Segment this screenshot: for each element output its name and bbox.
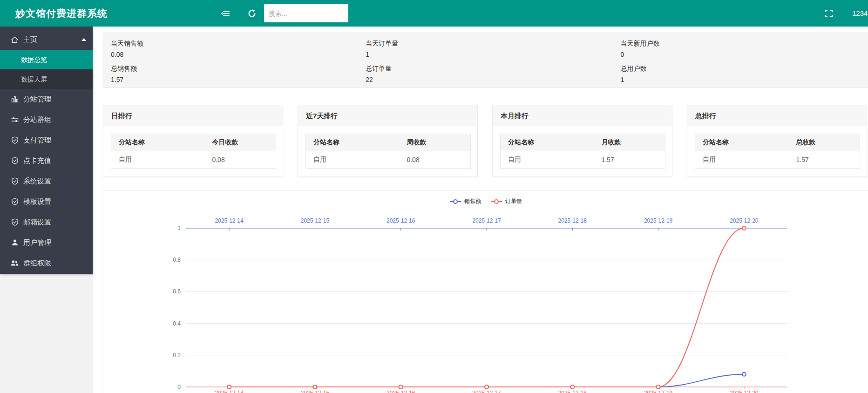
app-title: 妙文馆付费进群系统	[15, 0, 108, 27]
sliders-icon	[11, 116, 19, 124]
legend-item[interactable]: 销售额	[449, 197, 481, 205]
cell-site-name: 自用	[695, 151, 789, 169]
legend-marker-icon	[490, 199, 502, 204]
search-input[interactable]	[264, 4, 348, 22]
svg-text:2025-12-15: 2025-12-15	[301, 217, 330, 224]
svg-text:2025-12-19: 2025-12-19	[644, 390, 673, 393]
sidebar-item-card-recharge[interactable]: 点卡充值	[0, 150, 93, 171]
user-icon	[11, 239, 19, 247]
sidebar-item-home[interactable]: 主页	[0, 29, 93, 50]
stat-value: 1.57	[111, 76, 358, 83]
cell-site-name: 自用	[306, 151, 400, 169]
table-row: 自用 1.57	[695, 151, 860, 169]
main-content: 当天销售额 0.08 总销售额 1.57 当天订单量 1 总订单量 22 当天新…	[93, 27, 868, 393]
stat-value: 0	[621, 51, 868, 58]
collapse-menu-button[interactable]	[217, 0, 234, 27]
stat-label: 当天新用户数	[621, 40, 868, 48]
svg-text:2025-12-20: 2025-12-20	[730, 217, 759, 224]
sidebar-item-label: 群组权限	[23, 259, 51, 268]
rank-card-total: 总排行 分站名称 总收款 自用 1.57	[687, 105, 867, 177]
sidebar-item-label: 邮箱设置	[23, 218, 51, 227]
search-box	[264, 4, 348, 22]
table-row: 自用 1.57	[501, 151, 665, 169]
svg-text:2025-12-20: 2025-12-20	[730, 390, 759, 393]
refresh-button[interactable]	[244, 0, 260, 27]
column-header: 总收款	[788, 134, 860, 151]
rank-card-title: 总排行	[687, 105, 867, 126]
home-icon	[11, 36, 19, 44]
svg-text:2025-12-17: 2025-12-17	[472, 390, 501, 393]
sidebar-item-payment-mgmt[interactable]: 支付管理	[0, 130, 93, 150]
legend-item[interactable]: 订单量	[490, 197, 522, 205]
shield-check-icon	[11, 136, 19, 144]
svg-text:0.8: 0.8	[173, 257, 181, 263]
header-username[interactable]: 12345	[852, 0, 868, 27]
svg-text:2025-12-15: 2025-12-15	[301, 390, 330, 393]
stat-label: 总订单量	[366, 65, 613, 73]
shield-check-icon	[11, 157, 19, 165]
svg-text:2025-12-16: 2025-12-16	[387, 390, 415, 393]
cell-amount: 0.08	[204, 151, 276, 169]
svg-text:1: 1	[177, 225, 181, 231]
rank-table: 分站名称 总收款 自用 1.57	[695, 134, 860, 169]
sidebar-item-group-permissions[interactable]: 群组权限	[0, 253, 93, 273]
stat-value: 1	[621, 76, 868, 83]
svg-text:0.4: 0.4	[173, 320, 181, 327]
svg-text:2025-12-14: 2025-12-14	[215, 217, 244, 224]
sidebar-item-label: 用户管理	[23, 238, 51, 247]
column-header: 分站名称	[306, 134, 400, 151]
stats-col-orders: 当天订单量 1 总订单量 22	[358, 40, 613, 80]
sidebar-item-template-settings[interactable]: 模板设置	[0, 191, 93, 212]
rank-cards-row: 日排行 分站名称 今日收款 自用 0.08 近7天排行 分站名称 周收款	[103, 105, 868, 177]
users-icon	[11, 259, 19, 267]
svg-text:2025-12-19: 2025-12-19	[644, 217, 673, 224]
shield-check-icon	[11, 177, 19, 185]
legend-marker-icon	[449, 199, 461, 204]
shield-check-icon	[11, 218, 19, 226]
svg-text:2025-12-18: 2025-12-18	[558, 390, 587, 393]
sidebar-item-label: 分站管理	[23, 95, 51, 104]
stat-value: 0.08	[111, 51, 358, 58]
svg-text:2025-12-14: 2025-12-14	[215, 390, 244, 393]
column-header: 分站名称	[111, 134, 205, 151]
stat-value: 22	[366, 76, 613, 83]
sidebar-item-label: 分站群组	[23, 115, 51, 124]
fullscreen-icon	[825, 9, 833, 18]
svg-text:0.2: 0.2	[173, 352, 181, 359]
rank-card-title: 近7天排行	[298, 105, 477, 126]
sidebar-item-system-settings[interactable]: 系统设置	[0, 171, 93, 191]
stats-col-sales: 当天销售额 0.08 总销售额 1.57	[103, 40, 358, 80]
legend-label: 销售额	[464, 197, 481, 205]
sidebar-item-label: 主页	[23, 35, 37, 44]
column-header: 月收款	[594, 134, 665, 151]
cell-amount: 0.08	[399, 151, 470, 169]
sidebar-item-label: 点卡充值	[23, 156, 51, 165]
rank-table: 分站名称 周收款 自用 0.08	[305, 134, 471, 169]
sidebar-subitem-data-screen[interactable]: 数据大屏	[0, 69, 93, 89]
sidebar-subitem-data-overview[interactable]: 数据总览	[0, 50, 93, 69]
stat-label: 当天销售额	[111, 40, 358, 48]
cell-site-name: 自用	[111, 151, 205, 169]
fullscreen-button[interactable]	[821, 0, 837, 27]
collapse-menu-icon	[221, 9, 230, 18]
cell-site-name: 自用	[501, 151, 594, 169]
column-header: 分站名称	[695, 134, 789, 151]
stat-value: 1	[366, 51, 613, 58]
stat-label: 总用户数	[621, 65, 868, 73]
column-header: 今日收款	[204, 134, 276, 151]
chart-canvas: 00.20.40.60.812025-12-142025-12-142025-1…	[103, 191, 868, 393]
svg-text:0.6: 0.6	[173, 288, 181, 295]
cell-amount: 1.57	[788, 151, 860, 169]
sidebar: 主页 数据总览 数据大屏 分站管理 分站群组 支付管理 点卡充值	[0, 27, 93, 274]
stats-col-users: 当天新用户数 0 总用户数 1	[613, 40, 868, 80]
rank-card-title: 日排行	[103, 105, 283, 126]
sidebar-item-email-settings[interactable]: 邮箱设置	[0, 212, 93, 232]
rank-card-month: 本月排行 分站名称 月收款 自用 1.57	[492, 105, 672, 177]
chart-legend: 销售额订单量	[103, 197, 868, 205]
sidebar-item-substation-mgmt[interactable]: 分站管理	[0, 89, 93, 109]
sidebar-item-label: 系统设置	[23, 177, 51, 186]
sidebar-item-user-mgmt[interactable]: 用户管理	[0, 232, 93, 253]
stat-label: 总销售额	[111, 65, 358, 73]
rank-card-daily: 日排行 分站名称 今日收款 自用 0.08	[103, 105, 283, 177]
sidebar-item-substation-groups[interactable]: 分站群组	[0, 109, 93, 130]
